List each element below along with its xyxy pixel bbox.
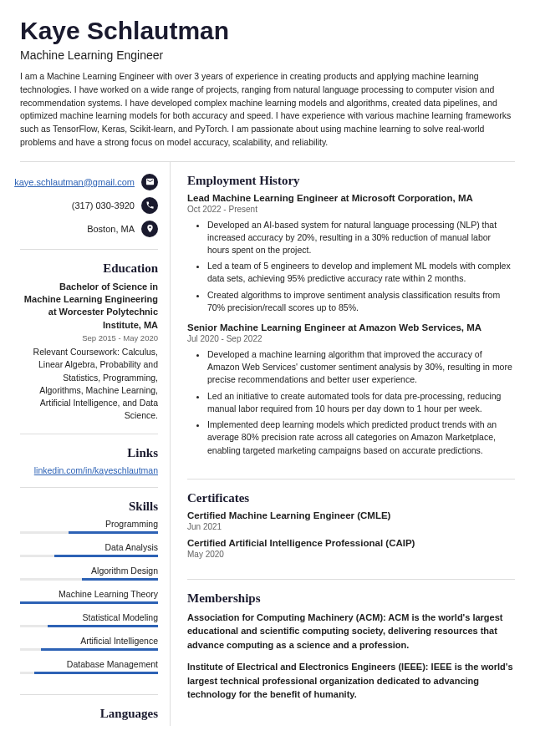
links-section: Links linkedin.com/in/kayeschlautman: [20, 434, 158, 488]
skill-label: Data Analysis: [20, 542, 158, 552]
sidebar: kaye.schlautman@gmail.com (317) 030-3920…: [20, 162, 171, 727]
skill-bar: [20, 672, 158, 674]
skill-label: Programming: [20, 519, 158, 529]
skill-label: Statistical Modeling: [20, 612, 158, 622]
job-role: Machine Learning Engineer: [20, 48, 515, 62]
skill-label: Database Management: [20, 659, 158, 669]
languages-section: Languages: [20, 695, 158, 721]
skill-item: Statistical Modeling: [20, 612, 158, 627]
skill-item: Database Management: [20, 659, 158, 674]
cert-title: Certified Machine Learning Engineer (CML…: [187, 510, 515, 520]
skill-bar: [20, 625, 158, 627]
cert-date: Jun 2021: [187, 522, 515, 531]
skill-bar: [20, 531, 158, 534]
skills-heading: Skills: [20, 500, 158, 514]
languages-heading: Languages: [20, 707, 158, 721]
membership-entry: Institute of Electrical and Electronics …: [187, 660, 515, 702]
job-bullet: Implemented deep learning models which p…: [207, 419, 515, 457]
contact-location-row: Boston, MA: [20, 221, 158, 237]
skill-bar: [20, 648, 158, 651]
location-icon: [141, 221, 158, 237]
job-title: Lead Machine Learning Engineer at Micros…: [187, 193, 515, 203]
education-heading: Education: [20, 261, 158, 276]
skill-item: Algorithm Design: [20, 566, 158, 581]
contact-phone-row: (317) 030-3920: [20, 197, 158, 214]
education-degree: Bachelor of Science in Machine Learning …: [20, 281, 158, 332]
skill-bar: [20, 555, 158, 557]
cert-title: Certified Artificial Intelligence Profes…: [187, 538, 515, 548]
certificates-section: Certificates Certified Machine Learning …: [187, 479, 515, 580]
certificates-heading: Certificates: [187, 491, 515, 505]
memberships-heading: Memberships: [187, 591, 515, 606]
job-title: Senior Machine Learning Engineer at Amaz…: [187, 322, 515, 332]
skill-label: Machine Learning Theory: [20, 589, 158, 599]
location-text: Boston, MA: [87, 224, 135, 234]
email-link[interactable]: kaye.schlautman@gmail.com: [14, 177, 135, 187]
job-bullet: Created algorithms to improve sentiment …: [207, 289, 515, 314]
memberships-section: Memberships Association for Computing Ma…: [187, 580, 515, 702]
cert-entry: Certified Machine Learning Engineer (CML…: [187, 510, 515, 531]
skill-bar: [20, 601, 158, 604]
skill-item: Data Analysis: [20, 542, 158, 557]
skill-bar: [20, 578, 158, 581]
education-date: Sep 2015 - May 2020: [20, 333, 158, 342]
employment-section: Employment History Lead Machine Learning…: [187, 162, 515, 479]
skill-label: Artificial Intelligence: [20, 636, 158, 646]
job-entry: Lead Machine Learning Engineer at Micros…: [187, 193, 515, 315]
job-entry: Senior Machine Learning Engineer at Amaz…: [187, 322, 515, 457]
phone-icon: [141, 197, 158, 214]
links-heading: Links: [20, 446, 158, 460]
contact-block: kaye.schlautman@gmail.com (317) 030-3920…: [20, 162, 158, 250]
summary-text: I am a Machine Learning Engineer with ov…: [20, 70, 515, 162]
membership-entry: Association for Computing Machinery (ACM…: [187, 611, 515, 652]
phone-text: (317) 030-3920: [72, 200, 135, 211]
cert-date: May 2020: [187, 550, 515, 559]
main-content: Employment History Lead Machine Learning…: [171, 162, 515, 727]
job-bullet: Led a team of 5 engineers to develop and…: [207, 260, 515, 285]
education-desc: Relevant Coursework: Calculus, Linear Al…: [20, 346, 158, 422]
cert-entry: Certified Artificial Intelligence Profes…: [187, 538, 515, 559]
job-bullet: Developed a machine learning algorithm t…: [207, 348, 515, 387]
employment-heading: Employment History: [187, 174, 515, 188]
job-bullet: Developed an AI-based system for natural…: [207, 219, 515, 257]
person-name: Kaye Schlautman: [20, 17, 515, 45]
linkedin-link[interactable]: linkedin.com/in/kayeschlautman: [34, 465, 158, 475]
skills-section: Skills ProgrammingData AnalysisAlgorithm…: [20, 488, 158, 695]
skill-item: Artificial Intelligence: [20, 636, 158, 651]
skill-item: Machine Learning Theory: [20, 589, 158, 604]
skill-item: Programming: [20, 519, 158, 534]
email-icon: [141, 174, 158, 190]
job-date: Oct 2022 - Present: [187, 205, 515, 214]
skill-label: Algorithm Design: [20, 566, 158, 576]
contact-email-row: kaye.schlautman@gmail.com: [20, 174, 158, 190]
job-bullet: Led an initiative to create automated to…: [207, 390, 515, 415]
job-date: Jul 2020 - Sep 2022: [187, 334, 515, 343]
education-section: Education Bachelor of Science in Machine…: [20, 250, 158, 435]
